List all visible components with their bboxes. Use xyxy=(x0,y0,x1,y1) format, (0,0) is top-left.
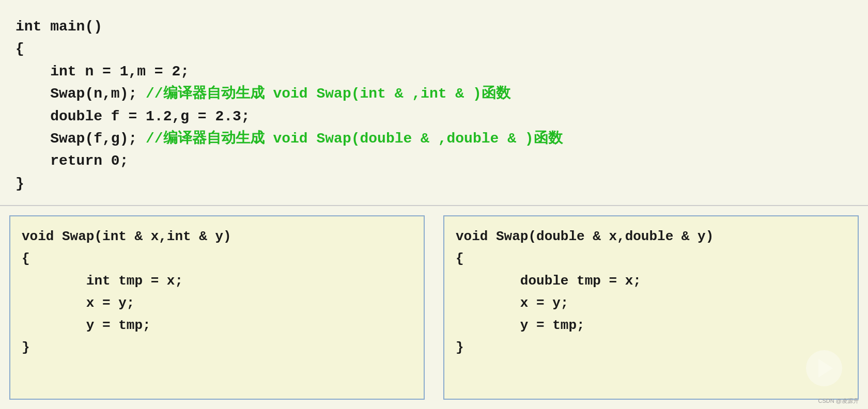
left-line-1: { xyxy=(22,251,30,266)
line-8: } xyxy=(16,176,24,192)
right-line-2: double tmp = x; xyxy=(456,273,641,289)
left-title: void Swap(int & x,int & y) xyxy=(22,229,231,244)
play-icon xyxy=(806,350,842,386)
main-container: int main() { int n = 1,m = 2; Swap(n,m);… xyxy=(0,0,868,409)
top-code-pre: int main() { int n = 1,m = 2; Swap(n,m);… xyxy=(16,15,853,195)
line-2: { xyxy=(16,41,24,57)
bottom-panels: void Swap(int & x,int & y) { int tmp = x… xyxy=(0,206,868,409)
line-4: Swap(n,m); //编译器自动生成 void Swap(int & ,in… xyxy=(16,86,510,102)
play-triangle-icon xyxy=(818,359,833,377)
csdn-label: CSDN @凌源升 xyxy=(818,397,859,405)
top-code-block: int main() { int n = 1,m = 2; Swap(n,m);… xyxy=(0,0,868,205)
right-code-panel: void Swap(double & x,double & y) { doubl… xyxy=(443,215,859,400)
left-line-4: y = tmp; xyxy=(22,318,151,333)
comment-2: //编译器自动生成 void Swap(double & ,double & )… xyxy=(146,131,563,147)
line-3: int n = 1,m = 2; xyxy=(16,64,189,80)
right-line-1: { xyxy=(456,251,464,266)
left-line-5: } xyxy=(22,340,30,355)
left-line-3: x = y; xyxy=(22,295,134,311)
left-line-2: int tmp = x; xyxy=(22,273,183,289)
comment-1: //编译器自动生成 void Swap(int & ,int & )函数 xyxy=(146,86,510,102)
right-line-3: x = y; xyxy=(456,295,568,311)
right-code-pre: void Swap(double & x,double & y) { doubl… xyxy=(456,226,846,358)
right-title: void Swap(double & x,double & y) xyxy=(456,229,714,244)
line-6: Swap(f,g); //编译器自动生成 void Swap(double & … xyxy=(16,131,563,147)
right-line-5: } xyxy=(456,340,464,355)
line-5: double f = 1.2,g = 2.3; xyxy=(16,108,250,124)
line-7: return 0; xyxy=(16,153,128,169)
left-code-pre: void Swap(int & x,int & y) { int tmp = x… xyxy=(22,226,412,358)
left-code-panel: void Swap(int & x,int & y) { int tmp = x… xyxy=(9,215,425,400)
line-1: int main() xyxy=(16,19,102,35)
right-line-4: y = tmp; xyxy=(456,318,585,333)
watermark xyxy=(806,350,842,386)
